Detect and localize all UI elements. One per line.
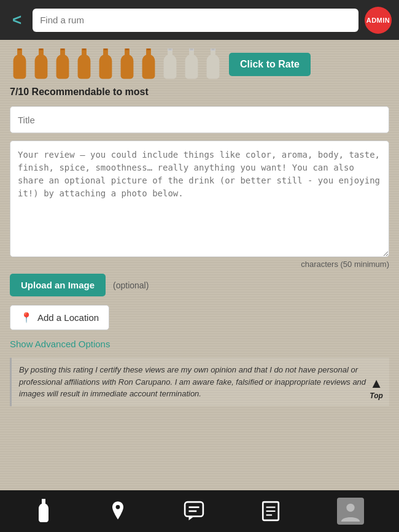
bottle-4[interactable] [74, 48, 94, 80]
optional-label: (optional) [113, 280, 149, 290]
bottle-7[interactable] [139, 48, 158, 80]
main-content: Click to Rate 7/10 Recommendable to most… [0, 40, 399, 490]
rating-text: 7/10 Recommendable to most [10, 87, 389, 98]
bottom-nav [0, 490, 399, 532]
nav-news[interactable] [252, 496, 290, 526]
click-to-rate-button[interactable]: Click to Rate [229, 53, 311, 76]
add-location-button[interactable]: 📍 Add a Location [10, 305, 109, 330]
profile-avatar [337, 498, 364, 525]
disclaimer-text: By posting this rating I certify these v… [10, 358, 389, 406]
svg-rect-11 [125, 48, 128, 50]
rating-row: Click to Rate [10, 48, 389, 80]
svg-point-30 [347, 504, 355, 512]
bottle-6[interactable] [117, 48, 137, 80]
up-arrow-icon: ▲ [370, 377, 383, 390]
svg-rect-20 [42, 499, 45, 501]
top-label: Top [370, 390, 383, 401]
admin-badge: ADMIN [365, 7, 392, 34]
bottle-nav-icon [35, 499, 52, 523]
show-advanced-options-link[interactable]: Show Advanced Options [10, 339, 389, 349]
chat-nav-icon [184, 501, 204, 522]
nav-location[interactable] [99, 495, 136, 527]
bottle-8[interactable] [160, 48, 180, 80]
search-input[interactable] [33, 9, 358, 32]
bottle-10[interactable] [203, 48, 223, 80]
title-input[interactable] [10, 106, 389, 133]
svg-rect-22 [185, 502, 203, 516]
bottle-2[interactable] [31, 48, 51, 80]
upload-image-button[interactable]: Upload an Image [10, 274, 106, 296]
svg-rect-17 [190, 48, 193, 50]
avatar-icon [339, 499, 362, 523]
svg-rect-13 [147, 48, 150, 50]
upload-row: Upload an Image (optional) [10, 274, 389, 296]
news-nav-icon [261, 501, 280, 522]
back-button[interactable]: < [7, 8, 26, 32]
svg-rect-1 [18, 48, 21, 50]
svg-rect-9 [104, 48, 107, 50]
bottles-container [10, 48, 223, 80]
chars-count: characters (50 minimum) [10, 260, 389, 269]
bottle-1[interactable] [10, 48, 29, 80]
svg-rect-3 [39, 48, 42, 50]
svg-rect-15 [168, 48, 171, 50]
location-pin-icon: 📍 [20, 312, 33, 323]
top-bar: < ADMIN [0, 0, 399, 40]
nav-chat[interactable] [174, 496, 214, 526]
bottle-5[interactable] [96, 48, 115, 80]
bottle-9[interactable] [182, 48, 201, 80]
nav-bottle[interactable] [25, 494, 62, 528]
location-label: Add a Location [37, 312, 99, 323]
disclaimer-content: By posting this rating I certify these v… [19, 365, 366, 398]
location-nav-icon [109, 500, 126, 522]
review-textarea[interactable] [10, 141, 389, 257]
bottle-3[interactable] [53, 48, 72, 80]
nav-profile[interactable] [327, 493, 374, 530]
svg-point-21 [115, 505, 120, 509]
svg-rect-7 [82, 48, 85, 50]
svg-rect-19 [211, 48, 214, 50]
scroll-to-top-button[interactable]: ▲ Top [370, 377, 383, 401]
svg-rect-5 [61, 48, 64, 50]
